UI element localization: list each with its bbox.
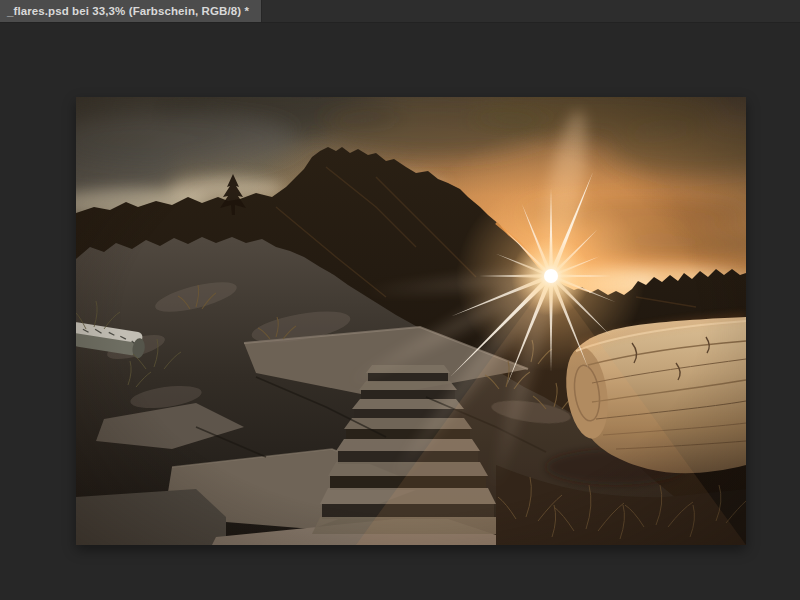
canvas-area — [0, 23, 800, 600]
document-canvas[interactable] — [76, 97, 746, 545]
document-tab-bar: _flares.psd bei 33,3% (Farbschein, RGB/8… — [0, 0, 800, 23]
vignette — [76, 97, 746, 545]
document-tab-title: _flares.psd bei 33,3% (Farbschein, RGB/8… — [7, 5, 249, 17]
photo-sunset-rocky-steps — [76, 97, 746, 545]
document-tab[interactable]: _flares.psd bei 33,3% (Farbschein, RGB/8… — [0, 0, 262, 22]
